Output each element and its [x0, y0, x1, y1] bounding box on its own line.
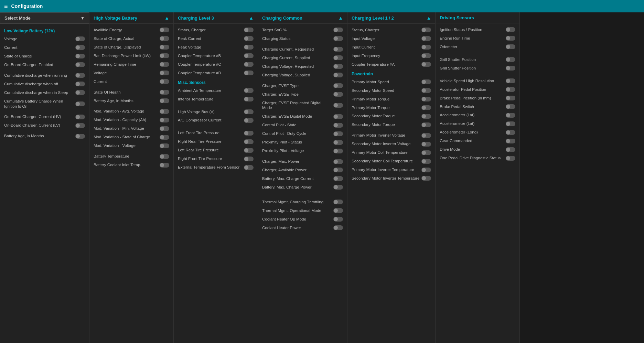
- toggle-switch[interactable]: [421, 105, 431, 110]
- toggle-switch[interactable]: [75, 54, 85, 58]
- toggle-switch[interactable]: [244, 109, 254, 114]
- toggle-switch[interactable]: [333, 225, 343, 230]
- toggle-switch[interactable]: [333, 208, 343, 213]
- toggle-switch[interactable]: [333, 73, 343, 77]
- toggle-switch[interactable]: [75, 90, 85, 95]
- toggle-switch[interactable]: [160, 71, 169, 75]
- toggle-switch[interactable]: [75, 62, 85, 67]
- toggle-switch[interactable]: [421, 45, 431, 50]
- toggle-switch[interactable]: [160, 53, 169, 58]
- toggle-switch[interactable]: [244, 88, 254, 93]
- toggle-switch[interactable]: [506, 156, 515, 161]
- toggle-switch[interactable]: [333, 92, 343, 97]
- toggle-switch[interactable]: [333, 149, 343, 153]
- toggle-switch[interactable]: [333, 114, 343, 119]
- toggle-switch[interactable]: [421, 150, 431, 155]
- toggle-switch[interactable]: [421, 62, 431, 67]
- toggle-switch[interactable]: [506, 96, 515, 100]
- toggle-switch[interactable]: [244, 62, 254, 67]
- toggle-switch[interactable]: [244, 36, 254, 41]
- toggle-switch[interactable]: [160, 154, 169, 159]
- toggle-switch[interactable]: [160, 118, 169, 122]
- toggle-switch[interactable]: [244, 139, 254, 144]
- toggle-switch[interactable]: [160, 90, 169, 95]
- toggle-switch[interactable]: [244, 165, 254, 170]
- toggle-switch[interactable]: [421, 79, 431, 84]
- toggle-switch[interactable]: [506, 78, 515, 83]
- toggle-switch[interactable]: [506, 57, 515, 62]
- toggle-switch[interactable]: [244, 157, 254, 161]
- toggle-switch[interactable]: [333, 36, 343, 41]
- toggle-switch[interactable]: [75, 45, 85, 50]
- toggle-switch[interactable]: [506, 139, 515, 143]
- toggle-switch[interactable]: [421, 142, 431, 147]
- toggle-switch[interactable]: [333, 103, 343, 108]
- toggle-switch[interactable]: [506, 66, 515, 71]
- toggle-switch[interactable]: [160, 79, 169, 84]
- toggle-switch[interactable]: [421, 122, 431, 127]
- toggle-switch[interactable]: [421, 133, 431, 138]
- toggle-switch[interactable]: [75, 134, 85, 139]
- toggle-switch[interactable]: [160, 45, 169, 50]
- toggle-switch[interactable]: [244, 148, 254, 153]
- toggle-switch[interactable]: [421, 176, 431, 181]
- toggle-switch[interactable]: [244, 28, 254, 32]
- toggle-switch[interactable]: [506, 104, 515, 109]
- toggle-switch[interactable]: [333, 168, 343, 172]
- toggle-switch[interactable]: [333, 140, 343, 145]
- toggle-switch[interactable]: [333, 28, 343, 32]
- toggle-switch[interactable]: [160, 36, 169, 41]
- panel-collapse-icon-charging-level-3[interactable]: ▲: [249, 15, 254, 21]
- toggle-switch[interactable]: [506, 113, 515, 118]
- toggle-switch[interactable]: [75, 115, 85, 119]
- toggle-switch[interactable]: [244, 53, 254, 58]
- toggle-switch[interactable]: [333, 200, 343, 204]
- toggle-switch[interactable]: [506, 27, 515, 32]
- toggle-switch[interactable]: [421, 159, 431, 164]
- hamburger-icon[interactable]: ≡: [4, 3, 8, 10]
- toggle-switch[interactable]: [421, 28, 431, 32]
- toggle-switch[interactable]: [506, 121, 515, 126]
- toggle-switch[interactable]: [333, 64, 343, 69]
- panel-header-select-mode[interactable]: Select Mode▼: [0, 12, 89, 24]
- toggle-switch[interactable]: [160, 62, 169, 67]
- toggle-switch[interactable]: [244, 118, 254, 123]
- toggle-switch[interactable]: [75, 101, 85, 106]
- toggle-switch[interactable]: [75, 82, 85, 86]
- toggle-switch[interactable]: [75, 36, 85, 41]
- toggle-switch[interactable]: [333, 176, 343, 181]
- toggle-switch[interactable]: [160, 126, 169, 131]
- toggle-switch[interactable]: [75, 123, 85, 128]
- toggle-switch[interactable]: [75, 73, 85, 78]
- panel-collapse-icon-charging-common[interactable]: ▲: [338, 15, 343, 21]
- toggle-switch[interactable]: [333, 217, 343, 222]
- toggle-switch[interactable]: [333, 159, 343, 164]
- toggle-switch[interactable]: [160, 28, 169, 32]
- toggle-switch[interactable]: [160, 143, 169, 148]
- toggle-switch[interactable]: [333, 47, 343, 52]
- toggle-switch[interactable]: [421, 114, 431, 119]
- toggle-switch[interactable]: [244, 71, 254, 75]
- toggle-switch[interactable]: [506, 36, 515, 41]
- toggle-switch[interactable]: [506, 130, 515, 135]
- panel-collapse-icon-high-voltage-battery[interactable]: ▲: [164, 15, 169, 21]
- toggle-switch[interactable]: [421, 36, 431, 41]
- toggle-switch[interactable]: [333, 83, 343, 88]
- panel-collapse-icon-charging-level-1-2[interactable]: ▲: [426, 15, 431, 21]
- toggle-switch[interactable]: [333, 55, 343, 60]
- toggle-switch[interactable]: [421, 97, 431, 101]
- toggle-switch[interactable]: [244, 131, 254, 136]
- toggle-switch[interactable]: [244, 45, 254, 50]
- toggle-switch[interactable]: [421, 168, 431, 172]
- toggle-switch[interactable]: [160, 109, 169, 114]
- toggle-switch[interactable]: [421, 88, 431, 93]
- toggle-switch[interactable]: [244, 97, 254, 101]
- toggle-switch[interactable]: [506, 44, 515, 49]
- toggle-switch[interactable]: [506, 147, 515, 152]
- toggle-switch[interactable]: [421, 53, 431, 58]
- toggle-switch[interactable]: [160, 163, 169, 168]
- toggle-switch[interactable]: [506, 87, 515, 92]
- toggle-switch[interactable]: [333, 185, 343, 190]
- toggle-switch[interactable]: [333, 131, 343, 136]
- toggle-switch[interactable]: [333, 123, 343, 128]
